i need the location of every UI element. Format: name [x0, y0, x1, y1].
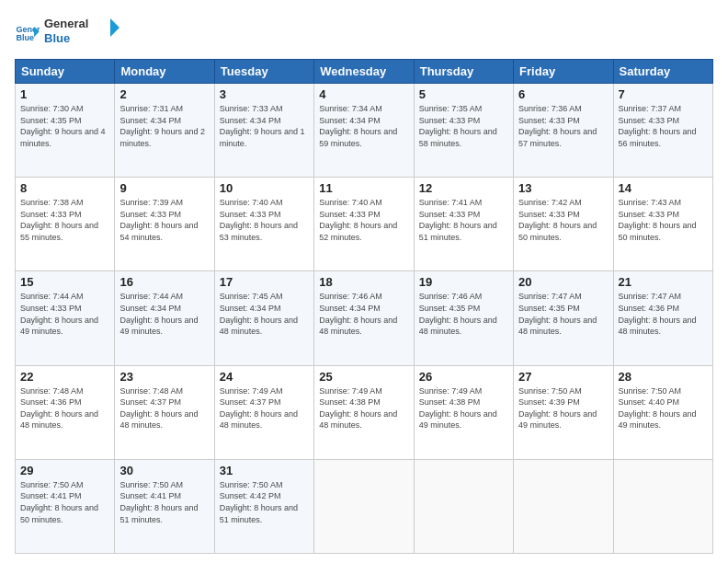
day-info: Sunrise: 7:41 AMSunset: 4:33 PMDaylight:… — [419, 198, 497, 242]
col-header-saturday: Saturday — [613, 60, 712, 84]
day-number: 28 — [619, 370, 708, 384]
logo: General Blue General Blue — [15, 15, 127, 52]
day-cell-22: 22Sunrise: 7:48 AMSunset: 4:36 PMDayligh… — [16, 365, 115, 459]
week-row-1: 1Sunrise: 7:30 AMSunset: 4:35 PMDaylight… — [16, 84, 713, 178]
day-cell-16: 16Sunrise: 7:44 AMSunset: 4:34 PMDayligh… — [115, 271, 214, 365]
day-cell-7: 7Sunrise: 7:37 AMSunset: 4:33 PMDaylight… — [613, 84, 712, 178]
day-cell-13: 13Sunrise: 7:42 AMSunset: 4:33 PMDayligh… — [514, 178, 613, 271]
day-number: 3 — [220, 87, 309, 101]
day-number: 9 — [119, 181, 209, 195]
day-info: Sunrise: 7:49 AMSunset: 4:38 PMDaylight:… — [319, 386, 397, 431]
day-info: Sunrise: 7:34 AMSunset: 4:34 PMDaylight:… — [319, 104, 397, 148]
day-info: Sunrise: 7:50 AMSunset: 4:42 PMDaylight:… — [220, 480, 298, 524]
empty-cell — [514, 459, 613, 553]
day-info: Sunrise: 7:49 AMSunset: 4:38 PMDaylight:… — [419, 386, 497, 431]
day-info: Sunrise: 7:39 AMSunset: 4:33 PMDaylight:… — [119, 198, 198, 242]
svg-text:Blue: Blue — [44, 31, 70, 45]
day-number: 7 — [619, 87, 708, 101]
day-cell-6: 6Sunrise: 7:36 AMSunset: 4:33 PMDaylight… — [514, 84, 613, 178]
day-number: 17 — [220, 275, 309, 289]
day-number: 11 — [319, 181, 408, 195]
day-info: Sunrise: 7:45 AMSunset: 4:34 PMDaylight:… — [220, 292, 298, 336]
day-number: 6 — [518, 87, 608, 101]
day-number: 18 — [319, 275, 408, 289]
day-cell-2: 2Sunrise: 7:31 AMSunset: 4:34 PMDaylight… — [115, 84, 214, 178]
day-cell-8: 8Sunrise: 7:38 AMSunset: 4:33 PMDaylight… — [16, 178, 115, 271]
day-cell-25: 25Sunrise: 7:49 AMSunset: 4:38 PMDayligh… — [314, 365, 414, 459]
day-info: Sunrise: 7:48 AMSunset: 4:36 PMDaylight:… — [20, 386, 98, 431]
day-info: Sunrise: 7:46 AMSunset: 4:35 PMDaylight:… — [419, 292, 497, 336]
day-info: Sunrise: 7:47 AMSunset: 4:35 PMDaylight:… — [518, 292, 597, 336]
col-header-friday: Friday — [514, 60, 613, 84]
empty-cell — [314, 459, 414, 553]
day-info: Sunrise: 7:50 AMSunset: 4:40 PMDaylight:… — [619, 386, 697, 431]
col-header-thursday: Thursday — [414, 60, 513, 84]
day-info: Sunrise: 7:31 AMSunset: 4:34 PMDaylight:… — [119, 104, 205, 148]
day-cell-23: 23Sunrise: 7:48 AMSunset: 4:37 PMDayligh… — [115, 365, 214, 459]
day-number: 22 — [20, 370, 109, 384]
day-number: 4 — [319, 87, 408, 101]
svg-text:General: General — [44, 17, 88, 30]
day-cell-15: 15Sunrise: 7:44 AMSunset: 4:33 PMDayligh… — [16, 271, 115, 365]
logo-icon: General Blue — [15, 20, 40, 46]
day-cell-14: 14Sunrise: 7:43 AMSunset: 4:33 PMDayligh… — [613, 178, 712, 271]
day-number: 20 — [518, 275, 608, 289]
day-info: Sunrise: 7:30 AMSunset: 4:35 PMDaylight:… — [20, 104, 106, 148]
day-cell-28: 28Sunrise: 7:50 AMSunset: 4:40 PMDayligh… — [613, 365, 712, 459]
day-number: 13 — [518, 181, 608, 195]
day-info: Sunrise: 7:50 AMSunset: 4:41 PMDaylight:… — [119, 480, 198, 524]
day-info: Sunrise: 7:33 AMSunset: 4:34 PMDaylight:… — [220, 104, 305, 148]
day-number: 5 — [419, 87, 508, 101]
day-number: 30 — [119, 464, 209, 477]
day-info: Sunrise: 7:44 AMSunset: 4:33 PMDaylight:… — [20, 292, 98, 336]
header-row: SundayMondayTuesdayWednesdayThursdayFrid… — [16, 60, 713, 84]
day-info: Sunrise: 7:50 AMSunset: 4:41 PMDaylight:… — [20, 480, 98, 524]
day-number: 23 — [119, 370, 209, 384]
week-row-2: 8Sunrise: 7:38 AMSunset: 4:33 PMDaylight… — [16, 178, 713, 271]
day-number: 29 — [20, 464, 109, 477]
day-info: Sunrise: 7:40 AMSunset: 4:33 PMDaylight:… — [319, 198, 397, 242]
day-number: 25 — [319, 370, 408, 384]
day-info: Sunrise: 7:48 AMSunset: 4:37 PMDaylight:… — [119, 386, 198, 431]
day-info: Sunrise: 7:50 AMSunset: 4:39 PMDaylight:… — [518, 386, 597, 431]
day-cell-1: 1Sunrise: 7:30 AMSunset: 4:35 PMDaylight… — [16, 84, 115, 178]
col-header-wednesday: Wednesday — [314, 60, 414, 84]
day-cell-17: 17Sunrise: 7:45 AMSunset: 4:34 PMDayligh… — [214, 271, 313, 365]
day-info: Sunrise: 7:49 AMSunset: 4:37 PMDaylight:… — [220, 386, 298, 431]
svg-marker-5 — [110, 18, 119, 37]
day-info: Sunrise: 7:36 AMSunset: 4:33 PMDaylight:… — [518, 104, 597, 148]
day-number: 2 — [119, 87, 209, 101]
day-number: 31 — [220, 464, 309, 477]
calendar-page: General Blue General Blue SundayMondayTu… — [0, 0, 728, 563]
day-number: 1 — [20, 87, 109, 101]
day-cell-20: 20Sunrise: 7:47 AMSunset: 4:35 PMDayligh… — [514, 271, 613, 365]
day-info: Sunrise: 7:46 AMSunset: 4:34 PMDaylight:… — [319, 292, 397, 336]
svg-text:Blue: Blue — [16, 33, 34, 42]
day-cell-30: 30Sunrise: 7:50 AMSunset: 4:41 PMDayligh… — [115, 459, 214, 553]
day-number: 16 — [119, 275, 209, 289]
day-cell-11: 11Sunrise: 7:40 AMSunset: 4:33 PMDayligh… — [314, 178, 414, 271]
day-cell-5: 5Sunrise: 7:35 AMSunset: 4:33 PMDaylight… — [414, 84, 513, 178]
day-cell-18: 18Sunrise: 7:46 AMSunset: 4:34 PMDayligh… — [314, 271, 414, 365]
week-row-4: 22Sunrise: 7:48 AMSunset: 4:36 PMDayligh… — [16, 365, 713, 459]
day-cell-3: 3Sunrise: 7:33 AMSunset: 4:34 PMDaylight… — [214, 84, 313, 178]
day-number: 19 — [419, 275, 508, 289]
day-cell-10: 10Sunrise: 7:40 AMSunset: 4:33 PMDayligh… — [214, 178, 313, 271]
day-info: Sunrise: 7:35 AMSunset: 4:33 PMDaylight:… — [419, 104, 497, 148]
day-info: Sunrise: 7:40 AMSunset: 4:33 PMDaylight:… — [220, 198, 298, 242]
day-cell-21: 21Sunrise: 7:47 AMSunset: 4:36 PMDayligh… — [613, 271, 712, 365]
day-number: 15 — [20, 275, 109, 289]
empty-cell — [613, 459, 712, 553]
day-cell-9: 9Sunrise: 7:39 AMSunset: 4:33 PMDaylight… — [115, 178, 214, 271]
day-cell-4: 4Sunrise: 7:34 AMSunset: 4:34 PMDaylight… — [314, 84, 414, 178]
header: General Blue General Blue — [15, 15, 713, 52]
day-info: Sunrise: 7:38 AMSunset: 4:33 PMDaylight:… — [20, 198, 98, 242]
col-header-monday: Monday — [115, 60, 214, 84]
logo-text-block: General Blue — [44, 15, 127, 52]
day-number: 21 — [619, 275, 708, 289]
day-cell-24: 24Sunrise: 7:49 AMSunset: 4:37 PMDayligh… — [214, 365, 313, 459]
calendar-table: SundayMondayTuesdayWednesdayThursdayFrid… — [15, 59, 713, 554]
week-row-5: 29Sunrise: 7:50 AMSunset: 4:41 PMDayligh… — [16, 459, 713, 553]
day-info: Sunrise: 7:44 AMSunset: 4:34 PMDaylight:… — [119, 292, 198, 336]
col-header-tuesday: Tuesday — [214, 60, 313, 84]
